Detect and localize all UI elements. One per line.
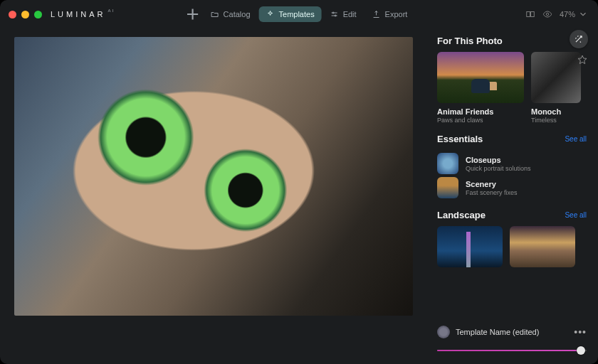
slider-fill xyxy=(437,350,581,351)
zoom-dropdown[interactable]: 47% xyxy=(560,9,588,19)
essentials-item-closeups[interactable]: Closeups Quick portrait solutions xyxy=(437,153,587,174)
chevron-down-icon xyxy=(578,9,588,19)
slider-knob[interactable] xyxy=(577,346,585,355)
app-window: LUMINAR AI Catalog Templates Edit Export xyxy=(0,0,598,364)
top-nav: Catalog Templates Edit Export xyxy=(184,0,415,28)
close-window-button[interactable] xyxy=(9,11,16,18)
svg-point-4 xyxy=(546,13,549,16)
sparkle-icon xyxy=(266,10,275,18)
template-amount-slider[interactable] xyxy=(437,346,587,355)
section-for-this-photo-title: For This Photo xyxy=(437,36,503,46)
template-thumb xyxy=(531,52,581,103)
applied-template-thumb xyxy=(437,326,450,338)
templates-sidebar: For This Photo Animal Friends Paws and c… xyxy=(433,28,598,364)
nav-catalog[interactable]: Catalog xyxy=(204,6,258,22)
export-icon xyxy=(372,10,381,18)
template-title: Monoch xyxy=(531,107,581,116)
template-thumb xyxy=(437,52,524,103)
template-card-monochrome[interactable]: Monoch Timeless xyxy=(531,52,581,124)
nav-export-label: Export xyxy=(385,10,408,18)
canvas-area xyxy=(0,28,433,364)
folder-icon xyxy=(211,10,219,18)
for-this-photo-list[interactable]: Animal Friends Paws and claws Monoch Tim… xyxy=(437,52,587,124)
essentials-list: Closeups Quick portrait solutions Scener… xyxy=(437,150,587,201)
essentials-item-subtitle: Quick portrait solutions xyxy=(466,165,531,172)
top-right-controls: 47% xyxy=(525,0,588,28)
compare-icon xyxy=(525,9,535,19)
sliders-icon xyxy=(330,10,339,18)
fullscreen-window-button[interactable] xyxy=(34,11,42,18)
nav-export[interactable]: Export xyxy=(365,6,415,22)
nav-catalog-label: Catalog xyxy=(224,10,251,18)
section-landscape-header: Landscape See all xyxy=(437,210,587,220)
landscape-card-pier[interactable] xyxy=(510,226,575,267)
plus-icon xyxy=(184,5,202,23)
nav-edit[interactable]: Edit xyxy=(323,6,364,22)
essentials-thumb xyxy=(437,177,458,198)
titlebar: LUMINAR AI Catalog Templates Edit Export xyxy=(0,0,598,28)
section-essentials-title: Essentials xyxy=(437,134,483,144)
star-icon xyxy=(577,54,588,65)
minimize-window-button[interactable] xyxy=(21,11,29,18)
wand-icon xyxy=(574,34,584,44)
nav-edit-label: Edit xyxy=(343,10,357,18)
landscape-thumb xyxy=(510,226,575,267)
essentials-text: Closeups Quick portrait solutions xyxy=(466,156,531,172)
brand-suffix: AI xyxy=(108,9,115,13)
main-photo[interactable] xyxy=(14,37,413,316)
essentials-thumb xyxy=(437,153,458,174)
essentials-item-scenery[interactable]: Scenery Fast scenery fixes xyxy=(437,177,587,198)
template-subtitle: Timeless xyxy=(531,117,581,124)
favorite-button[interactable] xyxy=(577,54,588,68)
essentials-item-title: Scenery xyxy=(466,180,518,188)
landscape-see-all[interactable]: See all xyxy=(565,211,587,219)
compare-button[interactable] xyxy=(525,9,535,19)
zoom-value: 47% xyxy=(560,10,575,18)
template-card-animal-friends[interactable]: Animal Friends Paws and claws xyxy=(437,52,524,124)
section-landscape-title: Landscape xyxy=(437,210,486,220)
applied-template-name: Template Name (edited) xyxy=(456,328,568,336)
template-options-button[interactable]: ••• xyxy=(574,326,587,338)
window-controls xyxy=(9,11,42,18)
landscape-thumb xyxy=(437,226,503,267)
landscape-list[interactable] xyxy=(437,226,587,267)
svg-rect-2 xyxy=(527,12,530,17)
nav-templates[interactable]: Templates xyxy=(259,6,322,22)
essentials-item-title: Closeups xyxy=(466,156,531,164)
section-for-this-photo-header: For This Photo xyxy=(437,36,587,46)
svg-rect-3 xyxy=(531,12,535,17)
essentials-see-all[interactable]: See all xyxy=(565,135,587,143)
template-title: Animal Friends xyxy=(437,107,524,116)
template-subtitle: Paws and claws xyxy=(437,117,524,124)
preview-button[interactable] xyxy=(542,9,552,19)
app-brand: LUMINAR AI xyxy=(51,10,115,18)
nav-templates-label: Templates xyxy=(279,10,315,18)
content-area: For This Photo Animal Friends Paws and c… xyxy=(0,28,598,364)
template-name-row: Template Name (edited) ••• xyxy=(437,326,587,338)
eye-icon xyxy=(542,9,552,19)
magic-button[interactable] xyxy=(570,30,588,48)
essentials-text: Scenery Fast scenery fixes xyxy=(466,180,518,196)
section-essentials-header: Essentials See all xyxy=(437,134,587,144)
template-footer: Template Name (edited) ••• xyxy=(437,320,587,355)
essentials-item-subtitle: Fast scenery fixes xyxy=(466,189,518,196)
add-button[interactable] xyxy=(184,5,202,23)
landscape-card-city[interactable] xyxy=(437,226,503,267)
brand-text: LUMINAR xyxy=(51,10,106,18)
